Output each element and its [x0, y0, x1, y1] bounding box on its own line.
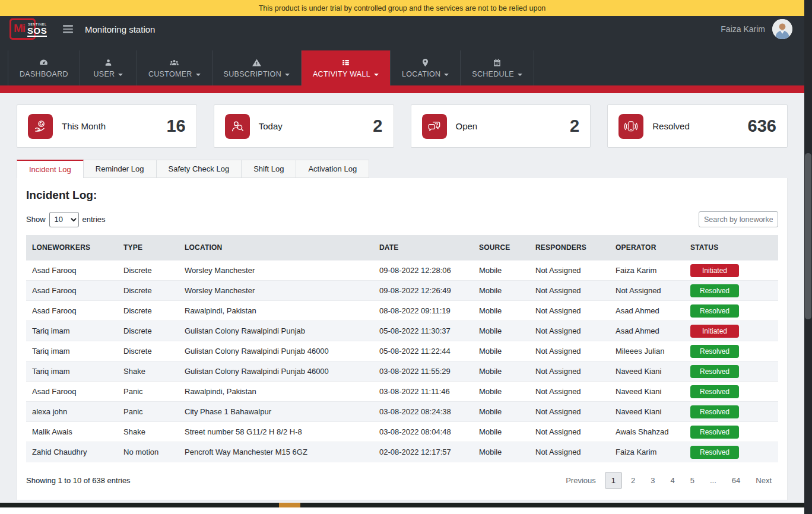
person-search-icon [225, 114, 250, 139]
pagination-page-1[interactable]: 1 [605, 472, 622, 489]
status-badge: Resolved [690, 365, 739, 378]
column-header-date[interactable]: DATE [373, 235, 473, 261]
cell-source: Mobile [473, 321, 529, 341]
stat-card-today: Today2 [214, 104, 394, 148]
nav-item-dashboard[interactable]: DASHBOARD [8, 50, 80, 85]
stat-label: Today [259, 121, 283, 131]
vertical-scrollbar[interactable] [804, 0, 812, 514]
cell-type: Shake [118, 361, 179, 382]
table-row[interactable]: Asad FarooqDiscreteRawalpindi, Pakistan0… [26, 301, 778, 321]
pagination-ellipsis[interactable]: ... [703, 472, 723, 489]
tab-reminder-log[interactable]: Reminder Log [84, 160, 157, 178]
cell-date: 05-08-2022 11:30:37 [373, 321, 473, 341]
cell-responders: Not Assigned [529, 361, 610, 382]
cell-loneworker: Asad Farooq [26, 382, 118, 402]
pagination-page-5[interactable]: 5 [684, 472, 701, 489]
pagination-previous[interactable]: Previous [559, 472, 602, 489]
nav-item-label: DASHBOARD [20, 70, 68, 78]
tab-shift-log[interactable]: Shift Log [242, 160, 296, 178]
vertical-scrollbar-thumb[interactable] [805, 153, 811, 319]
hamburger-menu-icon[interactable] [63, 25, 73, 33]
stat-value: 636 [748, 116, 776, 136]
search-input[interactable] [699, 211, 778, 227]
column-header-type[interactable]: TYPE [118, 235, 179, 261]
cell-responders: Not Assigned [529, 382, 610, 402]
nav-item-label: CUSTOMER [148, 70, 201, 78]
cell-operator: Mileees Julian [610, 341, 684, 361]
nav-item-subscription[interactable]: SUBSCRIPTION [212, 50, 302, 85]
nav-item-user[interactable]: USER [80, 50, 137, 85]
chevron-down-icon [285, 74, 290, 76]
pagination-next[interactable]: Next [749, 472, 778, 489]
cell-operator: Not Assigned [610, 281, 684, 301]
pagination-page-2[interactable]: 2 [624, 472, 642, 489]
cell-status: Resolved [684, 301, 778, 321]
table-row[interactable]: alexa johnPanicCity Phase 1 Bahawalpur03… [26, 402, 778, 422]
cell-type: Discrete [118, 281, 179, 301]
user-name[interactable]: Faiza Karim [721, 24, 765, 34]
monitoring-station-page: This product is under trial by controlle… [0, 0, 812, 514]
cell-source: Mobile [473, 382, 529, 402]
nav-item-label: USER [93, 70, 123, 78]
pagination-page-64[interactable]: 64 [725, 472, 747, 489]
trial-banner-text: This product is under trial by controlle… [259, 4, 546, 12]
table-row[interactable]: Asad FarooqDiscreteWorsley Manchester09-… [26, 281, 778, 301]
column-header-operator[interactable]: OPERATOR [610, 235, 684, 261]
nav-item-schedule[interactable]: SCHEDULE [461, 50, 534, 85]
page-size-select[interactable]: 10 [49, 212, 79, 227]
misos-logo[interactable]: Mi SENTINEL SOS [9, 18, 49, 40]
column-header-status[interactable]: STATUS [684, 235, 778, 261]
log-tabs: Incident LogReminder LogSafety Check Log… [17, 160, 788, 178]
horizontal-scrollbar[interactable] [0, 503, 804, 507]
tab-safety-check-log[interactable]: Safety Check Log [157, 160, 242, 178]
nav-item-customer[interactable]: CUSTOMER [137, 50, 212, 85]
cell-status: Resolved [684, 422, 778, 442]
nav-item-label: SUBSCRIPTION [224, 70, 290, 78]
table-row[interactable]: Zahid ChaudhryNo motionPencroft Way Manc… [26, 442, 778, 462]
table-row[interactable]: Tariq imamShakeGulistan Colony Rawalpind… [26, 361, 778, 382]
status-badge: Initiated [690, 264, 739, 277]
stat-value: 2 [570, 116, 579, 136]
cell-source: Mobile [473, 281, 529, 301]
cell-responders: Not Assigned [529, 321, 610, 341]
cell-operator: Faiza Karim [610, 261, 684, 281]
cell-date: 09-08-2022 12:26:49 [373, 281, 473, 301]
customer-icon [169, 58, 179, 68]
cell-operator: Naveed Kiani [610, 382, 684, 402]
cell-type: Panic [118, 402, 179, 422]
column-header-source[interactable]: SOURCE [473, 235, 529, 261]
column-header-location[interactable]: LOCATION [179, 235, 373, 261]
cell-location: Rawalpindi, Pakistan [179, 382, 373, 402]
cell-location: Worsley Manchester [179, 281, 373, 301]
table-row[interactable]: Malik AwaisShakeStreet number 58 G11/2 H… [26, 422, 778, 442]
horizontal-scrollbar-thumb[interactable] [279, 503, 300, 507]
logo-sos-text: SOS [27, 26, 47, 37]
chevron-down-icon [518, 74, 522, 76]
pagination-page-4[interactable]: 4 [664, 472, 681, 489]
column-header-responders[interactable]: RESPONDERS [529, 235, 610, 261]
cell-responders: Not Assigned [529, 422, 610, 442]
cell-loneworker: Tariq imam [26, 341, 118, 361]
tab-activation-log[interactable]: Activation Log [296, 160, 369, 178]
cell-location: Street number 58 G11/2 H 8/2 H-8 [179, 422, 373, 442]
status-badge: Initiated [690, 325, 739, 338]
tab-incident-log[interactable]: Incident Log [17, 160, 84, 178]
avatar[interactable] [772, 19, 792, 39]
pagination-page-3[interactable]: 3 [644, 472, 661, 489]
table-row[interactable]: Tariq imamDiscreteGulistan Colony Rawalp… [26, 321, 778, 341]
table-row[interactable]: Asad FarooqDiscreteWorsley Manchester09-… [26, 261, 778, 281]
status-badge: Resolved [690, 385, 739, 398]
cell-responders: Not Assigned [529, 442, 610, 462]
location-icon [420, 58, 430, 68]
stats-row: This Month16Today2Open2Resolved636 [17, 104, 788, 148]
cell-responders: Not Assigned [529, 281, 610, 301]
nav-item-location[interactable]: LOCATION [391, 50, 461, 85]
table-row[interactable]: Tariq imamDiscreteGulistan Colony Rawalp… [26, 341, 778, 361]
table-row[interactable]: Asad FarooqPanicRawalpindi, Pakistan03-0… [26, 382, 778, 402]
cell-location: Gulistan Colony Rawalpindi Punjab 46000 [179, 341, 373, 361]
cell-loneworker: Tariq imam [26, 361, 118, 382]
avatar-image [772, 19, 792, 39]
column-header-loneworkers[interactable]: LONEWORKERS [26, 235, 118, 261]
incident-log-panel: Incident Log: Show 10 entries [17, 178, 788, 500]
nav-item-activity-wall[interactable]: ACTIVITY WALL [302, 50, 391, 85]
